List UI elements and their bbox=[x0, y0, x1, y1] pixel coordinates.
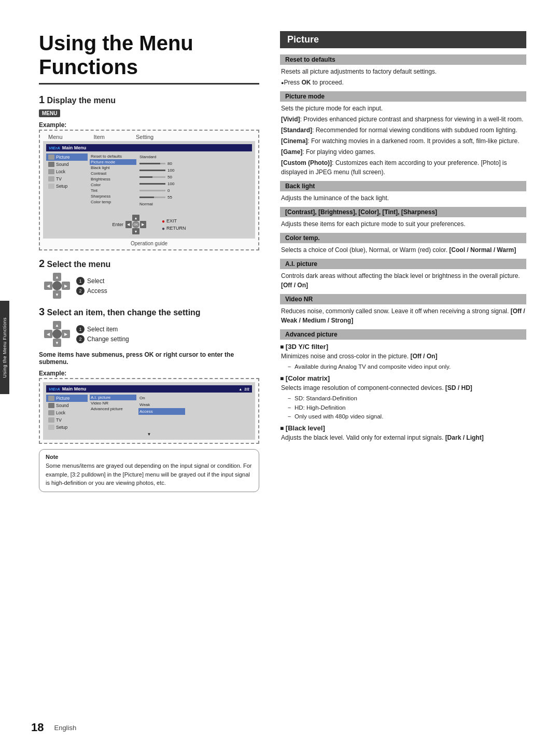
viera-logo: VIErA bbox=[49, 146, 60, 150]
menu2-item-tv: TV bbox=[46, 416, 88, 424]
step3-section: 3 Select an item, then change the settin… bbox=[39, 306, 259, 444]
picture-icon-2 bbox=[48, 396, 54, 401]
picture-icon bbox=[48, 155, 54, 160]
step2-section: 2 Select the menu ▲ ◀ ▶ ▼ 1 Select bbox=[39, 258, 259, 299]
enter-label: Enter bbox=[112, 222, 123, 227]
sub-item-contrast: Contrast bbox=[90, 171, 136, 176]
sub-item-reset: Reset to defaults bbox=[90, 153, 136, 159]
section-content-contrast: Adjusts these items for each picture mod… bbox=[280, 219, 526, 229]
contrast-text: Adjusts these items for each picture mod… bbox=[281, 219, 525, 229]
menu-rows: Picture Sound Lock bbox=[46, 153, 252, 207]
right-column: Picture Reset to defaults Resets all pic… bbox=[280, 31, 529, 729]
exit-dot: ● bbox=[162, 218, 165, 224]
step3-selectitem-label: Select item bbox=[87, 326, 118, 333]
picmode-vivid: [Vivid]: Provides enhanced picture contr… bbox=[281, 115, 525, 124]
return-dot: ● bbox=[162, 226, 165, 231]
note-text: Some menus/items are grayed out dependin… bbox=[46, 462, 253, 487]
menu-rows-2: Picture Sound Lock bbox=[46, 395, 252, 431]
section-content-blacklevel: Adjusts the black level. Valid only for … bbox=[280, 433, 526, 442]
menu2-left-col: Picture Sound Lock bbox=[46, 395, 88, 431]
step2-num2: 2 bbox=[76, 287, 85, 295]
step2-label: Select the menu bbox=[47, 260, 111, 269]
section-bar-advanced: Advanced picture bbox=[280, 329, 526, 340]
val-0: 0 bbox=[138, 187, 185, 194]
section-content-colormatrix: Selects image resolution of component-co… bbox=[280, 383, 526, 421]
val-normal: Normal bbox=[138, 201, 185, 207]
menu-item-picture: Picture bbox=[46, 153, 88, 161]
step2-select-label: Select bbox=[87, 277, 104, 285]
page-number: 18 bbox=[31, 721, 44, 734]
sub2-advanced: Advanced picture bbox=[90, 406, 136, 412]
step3-dpad-c bbox=[52, 329, 62, 339]
menu-item-setup: Setup bbox=[46, 183, 88, 190]
right-col-inner: Picture Reset to defaults Resets all pic… bbox=[280, 31, 529, 442]
menu-item-tv: TV bbox=[46, 175, 88, 183]
section-content-reset: Resets all picture adjustments to factor… bbox=[280, 67, 526, 87]
step3-label: Select an item, then change the setting bbox=[47, 308, 201, 317]
menu2-picture-label: Picture bbox=[56, 396, 69, 401]
page-footer: 18 English bbox=[31, 721, 529, 734]
step3-dpad-up: ▲ bbox=[53, 321, 61, 329]
val-55: 55 bbox=[138, 194, 185, 201]
sub-item-picturemode: Picture mode bbox=[90, 159, 136, 165]
menu-item-tv-label: TV bbox=[56, 176, 62, 181]
menu-screen-title: VIErA Main Menu bbox=[46, 144, 252, 151]
menu-btn-graphic: MENU bbox=[39, 109, 259, 121]
side-tab-label: Using the Menu Functions bbox=[2, 317, 7, 378]
step2-dpad-l: ◀ bbox=[44, 282, 52, 290]
blacklevel-heading: ■ [Black level] bbox=[280, 424, 526, 432]
step2-dpad-r: ▶ bbox=[62, 282, 70, 290]
setup-icon bbox=[48, 184, 54, 189]
colormatrix-heading: ■ [Color matrix] bbox=[280, 374, 526, 382]
sub-item-sharpness: Sharpness bbox=[90, 193, 136, 199]
menu-left-col: Picture Sound Lock bbox=[46, 153, 88, 207]
reset-text1: Resets all picture adjustments to factor… bbox=[281, 67, 525, 76]
menu-item-lock: Lock bbox=[46, 168, 88, 175]
section-content-aipicture: Controls dark areas without affecting th… bbox=[280, 271, 526, 290]
left-column: Using the Menu Functions 1 Display the m… bbox=[31, 31, 259, 729]
menu-item-picture-label: Picture bbox=[56, 155, 69, 160]
page-indicator: ▲ bbox=[239, 387, 242, 391]
step1-number: 1 bbox=[39, 94, 45, 105]
step3-icons: ▲ ◀ ▶ ▼ 1 Select item 2 Change setting bbox=[44, 321, 259, 347]
step3-num1: 1 bbox=[76, 325, 85, 333]
menu-diagram-2: VIErA Main Menu ▲ 2/2 Picture bbox=[39, 378, 259, 444]
val-80: 80 bbox=[138, 160, 185, 167]
sub2-ai: A.I. picture bbox=[90, 395, 136, 400]
note-box: Note Some menus/items are grayed out dep… bbox=[39, 449, 259, 492]
colortemp-text: Selects a choice of Cool (blue), Normal,… bbox=[281, 245, 525, 255]
step2-num1: 1 bbox=[76, 277, 85, 285]
subsection-blacklevel: ■ [Black level] bbox=[280, 424, 526, 432]
section-bar-reset: Reset to defaults bbox=[280, 54, 526, 65]
menu-item-lock-label: Lock bbox=[56, 169, 65, 174]
val-standard: Standard bbox=[138, 153, 185, 160]
colormatrix-text: Selects image resolution of component-co… bbox=[281, 383, 525, 393]
section-bar-aipicture: A.I. picture bbox=[280, 259, 526, 269]
step3-changesetting-row: 2 Change setting bbox=[76, 335, 129, 343]
picmode-intro: Sets the picture mode for each input. bbox=[281, 104, 525, 113]
step2-step-labels: 1 Select 2 Access bbox=[76, 277, 107, 295]
picmode-custom: [Custom (Photo)]: Customizes each item a… bbox=[281, 158, 525, 177]
step1-section: 1 Display the menu MENU Example: Menu It… bbox=[39, 94, 259, 250]
picmode-standard: [Standard]: Recommended for normal viewi… bbox=[281, 125, 525, 135]
3dyc-dash1: Available during Analog TV and composite… bbox=[281, 362, 525, 371]
operation-guide-area: Enter ▲ ◀ OK ▶ bbox=[43, 211, 255, 239]
sub-item-colortemp: Color temp bbox=[90, 199, 136, 205]
sub-item-color: Color bbox=[90, 182, 136, 188]
exit-control: ● EXIT bbox=[162, 218, 186, 224]
side-tab: Using the Menu Functions bbox=[0, 301, 9, 394]
section-content-videonr: Reduces noise, commonly called snow. Lea… bbox=[280, 306, 526, 325]
sub-item-brightness: Brightness bbox=[90, 176, 136, 182]
menu-mid-col: Reset to defaults Picture mode Black lig… bbox=[90, 153, 136, 207]
menu2-mid-col: A.I. picture Video NR Advanced picture bbox=[90, 395, 136, 431]
val-50: 50 bbox=[138, 174, 185, 180]
step2-icons: ▲ ◀ ▶ ▼ 1 Select 2 Access bbox=[44, 273, 259, 299]
menu-col-label: Menu bbox=[48, 134, 63, 140]
section-bar-contrast: [Contrast], [Brightness], [Color], [Tint… bbox=[280, 207, 526, 217]
step2-access-row: 2 Access bbox=[76, 287, 107, 295]
dpad-up: ▲ bbox=[132, 215, 139, 221]
section-content-picturemode: Sets the picture mode for each input. [V… bbox=[280, 104, 526, 177]
dpad-small: ▲ ◀ OK ▶ ▼ bbox=[125, 215, 146, 234]
blacklevel-text: Adjusts the black level. Valid only for … bbox=[281, 433, 525, 442]
tv-icon bbox=[48, 176, 54, 181]
